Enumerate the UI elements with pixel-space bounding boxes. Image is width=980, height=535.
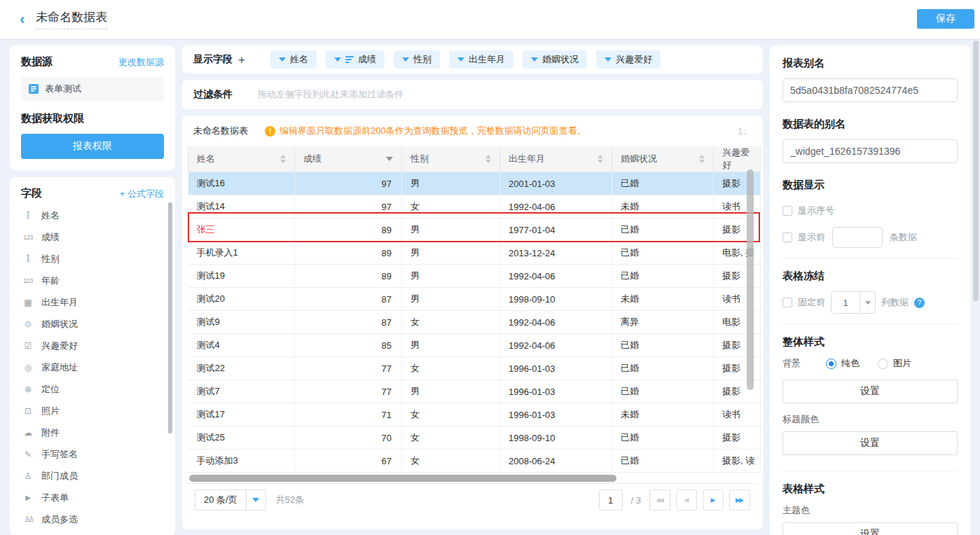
chevron-down-icon[interactable] bbox=[605, 57, 612, 62]
field-item-score[interactable]: 123成绩 bbox=[21, 226, 164, 248]
table-horizontal-scrollbar[interactable] bbox=[188, 475, 757, 482]
freeze-count-select[interactable]: 1 bbox=[831, 291, 876, 314]
page-title[interactable]: 未命名数据表 bbox=[36, 9, 107, 29]
table-row[interactable]: 测试1771女1996-01-03未婚读书 bbox=[188, 403, 761, 426]
table-row-flagged[interactable]: 张三89男1977-01-04已婚摄影 bbox=[188, 218, 761, 242]
column-header-score[interactable]: 成绩 bbox=[295, 146, 402, 172]
radio-selected-icon[interactable] bbox=[826, 359, 836, 369]
prev-page-button[interactable]: ◀ bbox=[676, 489, 697, 510]
column-header-birth[interactable]: 出生年月 bbox=[500, 146, 612, 172]
title-color-set-button[interactable]: 设置 bbox=[782, 431, 958, 455]
preview-notice: ! 编辑界面只取数据源前200条作为查询数据预览，完整数据请访问页面查看。 bbox=[265, 125, 586, 137]
chip-hobby[interactable]: 兴趣爱好 bbox=[596, 50, 661, 69]
scrollbar-thumb[interactable] bbox=[189, 475, 616, 482]
show-first-label: 显示前 bbox=[798, 231, 825, 244]
chevron-down-icon[interactable] bbox=[334, 57, 341, 62]
radio-icon[interactable] bbox=[878, 359, 888, 369]
field-item-subform[interactable]: ▶子表单 bbox=[21, 487, 164, 508]
field-item-photo[interactable]: ⊡照片 bbox=[21, 400, 164, 422]
page-size-select[interactable]: 20 条/页 bbox=[195, 489, 266, 510]
column-header-name[interactable]: 姓名 bbox=[188, 146, 295, 172]
back-icon[interactable]: ‹ bbox=[20, 12, 25, 27]
show-first-checkbox[interactable] bbox=[782, 232, 792, 242]
column-header-marital[interactable]: 婚姻状况 bbox=[612, 146, 714, 172]
show-index-checkbox[interactable] bbox=[782, 206, 792, 216]
first-page-button[interactable]: ◀◀ bbox=[649, 489, 670, 510]
sort-order-icon[interactable]: 1↓ bbox=[733, 126, 752, 137]
filter-bar[interactable]: 过滤条件 拖动左侧字段到此处来添加过滤条件 bbox=[182, 80, 763, 109]
field-label: 附件 bbox=[41, 426, 60, 439]
chip-score[interactable]: 成绩 bbox=[326, 50, 385, 69]
sort-desc-icon[interactable] bbox=[386, 157, 393, 161]
chevron-down-icon[interactable] bbox=[457, 57, 464, 62]
field-item-birth[interactable]: ▦出生年月 bbox=[21, 291, 164, 313]
field-item-gender[interactable]: I性别 bbox=[21, 248, 164, 270]
column-header-gender[interactable]: 性别 bbox=[402, 146, 500, 172]
field-item-attachment[interactable]: ☁附件 bbox=[21, 422, 164, 443]
table-row[interactable]: 手动添加367女2008-06-24已婚摄影, 读 bbox=[188, 450, 761, 473]
report-alias-input[interactable] bbox=[782, 78, 958, 102]
table-row[interactable]: 测试777男1996-01-03已婚摄影 bbox=[188, 380, 761, 403]
chevron-down-icon[interactable] bbox=[246, 490, 265, 510]
field-item-name[interactable]: I姓名 bbox=[21, 204, 164, 226]
next-page-button[interactable]: ▶ bbox=[703, 489, 724, 510]
add-formula-field-link[interactable]: + 公式字段 bbox=[120, 188, 164, 200]
last-page-button[interactable]: ▶▶ bbox=[729, 489, 750, 510]
help-icon[interactable]: ? bbox=[914, 298, 925, 308]
field-item-address[interactable]: ◎家庭地址 bbox=[21, 356, 164, 378]
field-item-member[interactable]: ♙部门成员 bbox=[21, 465, 164, 487]
add-display-field-button[interactable]: + bbox=[238, 54, 245, 66]
field-item-marital[interactable]: ⊙婚姻状况 bbox=[21, 313, 164, 335]
fields-scrollbar[interactable] bbox=[168, 202, 172, 433]
chip-marital[interactable]: 婚姻状况 bbox=[523, 50, 587, 69]
field-item-location[interactable]: ⊕定位 bbox=[21, 378, 164, 400]
sort-both-icon[interactable] bbox=[280, 155, 286, 163]
chevron-down-icon[interactable] bbox=[860, 292, 875, 313]
sort-both-icon[interactable] bbox=[699, 155, 705, 163]
table-row[interactable]: 测试2570女1998-09-10已婚摄影 bbox=[188, 426, 761, 450]
table-row[interactable]: 测试2277女1996-01-03已婚摄影 bbox=[188, 357, 761, 380]
chip-gender[interactable]: 性别 bbox=[394, 50, 440, 69]
sort-both-icon[interactable] bbox=[598, 155, 603, 163]
show-first-row: 显示前 条数据 bbox=[782, 227, 958, 248]
table-row[interactable]: 测试1497女1992-04-06未婚读书 bbox=[188, 195, 761, 218]
change-datasource-link[interactable]: 更改数据源 bbox=[118, 56, 164, 69]
theme-color-set-button[interactable]: 设置 bbox=[782, 522, 958, 535]
freeze-checkbox[interactable] bbox=[782, 298, 792, 307]
window-scrollbar[interactable] bbox=[973, 41, 979, 301]
background-set-button[interactable]: 设置 bbox=[782, 380, 958, 403]
page-size-value: 20 条/页 bbox=[195, 494, 246, 506]
datasource-item[interactable]: 表单测试 bbox=[21, 77, 164, 101]
field-item-signature[interactable]: ✎手写签名 bbox=[21, 443, 164, 465]
table-row[interactable]: 测试485男1992-04-06已婚摄影 bbox=[188, 334, 761, 357]
address-icon: ◎ bbox=[21, 363, 35, 373]
table-alias-input[interactable] bbox=[782, 139, 958, 163]
chevron-down-icon[interactable] bbox=[402, 57, 409, 62]
field-list: I姓名 123成绩 I性别 123年龄 ▦出生年月 ⊙婚姻状况 ☑兴趣爱好 ◎家… bbox=[21, 204, 164, 530]
field-item-hobby[interactable]: ☑兴趣爱好 bbox=[21, 335, 164, 356]
table-vertical-scrollbar[interactable] bbox=[747, 169, 754, 390]
column-header-hobby[interactable]: 兴趣爱好 bbox=[714, 146, 761, 172]
show-first-count-input[interactable] bbox=[832, 227, 883, 248]
table-row[interactable]: 测试2087男1998-09-10未婚读书 bbox=[188, 288, 761, 311]
background-radio-row: 背景 纯色 图片 bbox=[782, 357, 958, 370]
table-row[interactable]: 测试1989男1992-04-06已婚摄影 bbox=[188, 265, 761, 288]
save-button[interactable]: 保存 bbox=[917, 9, 974, 29]
chevron-down-icon[interactable] bbox=[531, 57, 538, 62]
report-permission-button[interactable]: 报表权限 bbox=[21, 134, 164, 159]
chip-birth[interactable]: 出生年月 bbox=[449, 50, 513, 69]
table-row[interactable]: 测试1697男2001-01-03已婚摄影 bbox=[188, 172, 761, 195]
table-row[interactable]: 测试987女1992-04-06离异电影 bbox=[188, 311, 761, 334]
permission-title: 数据获取权限 bbox=[21, 112, 164, 125]
table-row[interactable]: 手机录入189男2013-12-24已婚电影, 摄 bbox=[188, 242, 761, 265]
page-number-input[interactable] bbox=[599, 489, 623, 510]
chevron-down-icon[interactable] bbox=[279, 57, 286, 62]
field-label: 定位 bbox=[41, 383, 60, 396]
display-field-chips: 姓名 成绩 性别 出生年月 婚姻状况 兴趣爱好 bbox=[270, 50, 661, 69]
image-option[interactable]: 图片 bbox=[878, 357, 911, 370]
field-item-age[interactable]: 123年龄 bbox=[21, 270, 164, 291]
field-item-multimember[interactable]: ♙♙成员多选 bbox=[21, 508, 164, 530]
solid-color-option[interactable]: 纯色 bbox=[826, 357, 860, 370]
sort-both-icon[interactable] bbox=[485, 155, 491, 163]
chip-name[interactable]: 姓名 bbox=[270, 50, 317, 69]
